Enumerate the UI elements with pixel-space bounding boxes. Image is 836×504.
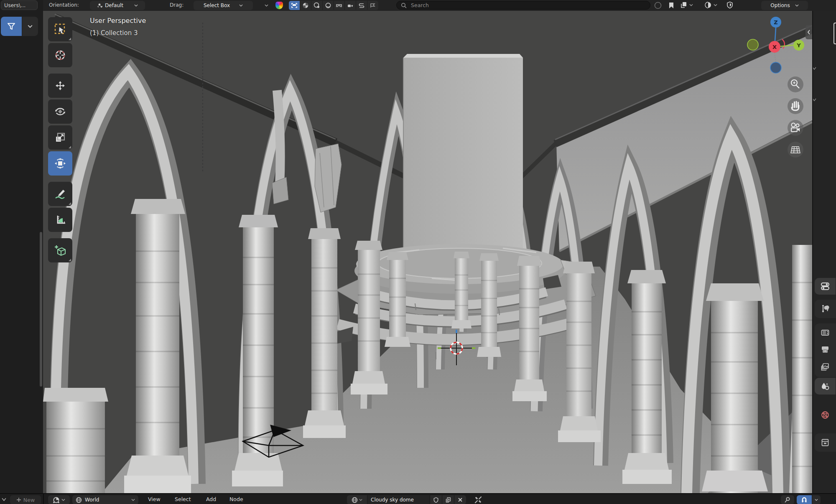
new-datablock-button[interactable]: New xyxy=(10,495,41,504)
world-globe-icon xyxy=(76,497,82,503)
tab-scene[interactable] xyxy=(815,378,836,395)
checker-sphere-toggle[interactable] xyxy=(300,1,311,10)
chevron-down-icon xyxy=(61,499,65,501)
copy-icon xyxy=(445,497,451,503)
tool-corner-indicator xyxy=(69,38,71,40)
orientation-label: Orientation: xyxy=(49,2,79,8)
duplicate-dropdown[interactable] xyxy=(680,1,693,9)
tool-move[interactable] xyxy=(48,74,72,98)
axis-z-ball[interactable]: Z xyxy=(770,17,781,28)
tool-select-box[interactable] xyxy=(48,17,72,41)
curve-flag-toggle[interactable] xyxy=(367,1,378,10)
properties-tab-strip xyxy=(812,11,836,493)
tool-settings-expand-chevron[interactable] xyxy=(265,4,268,7)
menu-select[interactable]: Select xyxy=(172,494,194,504)
tool-rotate[interactable] xyxy=(48,99,72,124)
tool-measure[interactable] xyxy=(48,208,72,232)
central-monolith[interactable] xyxy=(403,54,523,251)
zoom-button[interactable] xyxy=(788,76,803,92)
curve-s-toggle[interactable] xyxy=(356,1,367,10)
link-break-icon[interactable] xyxy=(474,496,482,504)
shader-nodes-icon xyxy=(53,496,60,504)
tool-wrench-icon xyxy=(821,305,829,313)
viewport-3d[interactable]: Z Y X xyxy=(43,11,812,493)
tab-world[interactable] xyxy=(815,407,836,423)
new-copy-button[interactable] xyxy=(442,495,454,504)
tool-corner-indicator xyxy=(69,259,71,261)
filter-button[interactable] xyxy=(1,17,22,36)
tab-object[interactable] xyxy=(815,434,836,451)
properties-editor-type-button[interactable] xyxy=(815,278,836,295)
camera-view-button[interactable] xyxy=(788,120,803,136)
tab-view-layer[interactable] xyxy=(815,359,836,375)
tab-render[interactable] xyxy=(815,324,836,341)
chevron-down-icon xyxy=(795,4,799,7)
plus-icon xyxy=(16,497,21,502)
shader-type-value: World xyxy=(85,497,99,503)
tool-transform[interactable] xyxy=(48,151,72,176)
tool-add-cube[interactable] xyxy=(48,238,72,262)
orientation-dropdown[interactable]: Default xyxy=(90,1,145,10)
menu-node[interactable]: Node xyxy=(227,494,246,504)
shield-icon[interactable] xyxy=(726,1,734,9)
bookmark-icon[interactable] xyxy=(668,2,675,9)
viewport-view-label: User Perspective xyxy=(90,17,146,25)
world-name-field[interactable]: Cloudy sky dome xyxy=(367,495,430,504)
file-path-field[interactable]: Users\... xyxy=(1,0,38,10)
axis-neg-z-ball[interactable] xyxy=(770,62,781,73)
sphere-arc-toggle[interactable] xyxy=(322,1,334,10)
snapping-dropdown-button[interactable] xyxy=(812,495,821,504)
tool-annotate[interactable] xyxy=(48,182,72,206)
transform-icon xyxy=(54,157,67,170)
pin-button[interactable] xyxy=(781,495,794,504)
world-name-text: Cloudy sky dome xyxy=(371,497,414,503)
active-element-toggle[interactable] xyxy=(289,1,300,10)
chevron-left-icon xyxy=(807,30,811,35)
axis-y-ball[interactable]: Y xyxy=(793,40,804,51)
close-x-icon xyxy=(458,497,463,502)
editor-divider xyxy=(43,494,44,504)
orthographic-grid-button[interactable] xyxy=(788,142,803,158)
drawer-toggle[interactable] xyxy=(334,1,345,10)
snapping-group xyxy=(797,495,821,504)
shader-type-dropdown[interactable]: World xyxy=(72,495,138,504)
axis-neg-x-ball[interactable] xyxy=(747,39,758,50)
sphere-dot-toggle[interactable] xyxy=(311,1,322,10)
file-path-text: Users\... xyxy=(4,2,25,8)
left-panel-scrollbar[interactable] xyxy=(40,232,42,387)
menu-add[interactable]: Add xyxy=(204,494,219,504)
pan-hand-button[interactable] xyxy=(788,98,803,114)
filter-dropdown-button[interactable] xyxy=(22,17,38,36)
object-box-icon xyxy=(821,438,829,447)
tool-scale[interactable] xyxy=(48,125,72,150)
tab-output[interactable] xyxy=(815,341,836,357)
shader-editor-type-button[interactable] xyxy=(48,495,70,504)
footer-chevron-icon[interactable] xyxy=(2,498,6,501)
drag-value: Select Box xyxy=(204,3,230,8)
drag-dropdown[interactable]: Select Box xyxy=(194,1,253,10)
tool-cursor[interactable] xyxy=(48,43,72,67)
new-button-label: New xyxy=(23,497,35,503)
proportional-circle-icon[interactable] xyxy=(654,1,662,10)
drawer-icon xyxy=(336,2,342,9)
color-attribute-icon[interactable] xyxy=(275,2,283,9)
search-input[interactable] xyxy=(410,2,646,9)
search-box[interactable] xyxy=(396,1,650,10)
sidebar-toggle-tab[interactable] xyxy=(805,25,812,39)
tab-tool[interactable] xyxy=(815,300,836,317)
axis-x-ball[interactable]: X xyxy=(769,41,780,53)
options-dropdown[interactable]: Options xyxy=(761,1,808,10)
fake-user-button[interactable] xyxy=(430,495,442,504)
object-offset-toggle[interactable] xyxy=(344,1,356,10)
annotate-pencil-icon xyxy=(54,187,67,201)
chevron-down-icon xyxy=(689,4,693,6)
world-globe-icon xyxy=(821,411,829,419)
world-datablock: Cloudy sky dome xyxy=(347,495,466,504)
measure-ruler-icon xyxy=(54,213,67,227)
snapping-toggle-button[interactable] xyxy=(797,495,812,504)
duplicate-icon xyxy=(680,1,688,9)
menu-view[interactable]: View xyxy=(145,494,163,504)
unlink-datablock-button[interactable] xyxy=(454,495,466,504)
browse-world-button[interactable] xyxy=(347,495,367,504)
half-sphere-dropdown[interactable] xyxy=(704,1,717,9)
